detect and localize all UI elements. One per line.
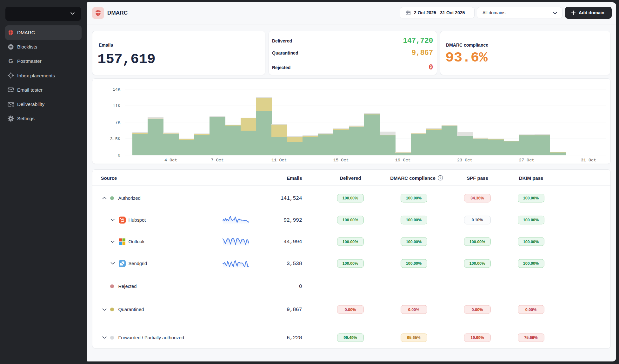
- svg-text:15 Oct: 15 Oct: [333, 158, 349, 163]
- svg-text:14K: 14K: [112, 87, 120, 92]
- svg-text:7K: 7K: [115, 120, 120, 125]
- svg-text:31 Oct: 31 Oct: [581, 158, 596, 163]
- svg-text:27 Oct: 27 Oct: [519, 158, 534, 163]
- svg-text:?: ?: [439, 176, 441, 180]
- svg-text:23 Oct: 23 Oct: [457, 158, 472, 163]
- svg-text:11 Oct: 11 Oct: [271, 158, 287, 163]
- svg-text:19 Oct: 19 Oct: [395, 158, 410, 163]
- svg-text:7 Oct: 7 Oct: [211, 158, 224, 163]
- svg-text:0: 0: [117, 153, 120, 158]
- svg-text:4 Oct: 4 Oct: [164, 158, 177, 163]
- svg-text:11K: 11K: [112, 104, 120, 108]
- svg-text:3.5K: 3.5K: [110, 137, 120, 141]
